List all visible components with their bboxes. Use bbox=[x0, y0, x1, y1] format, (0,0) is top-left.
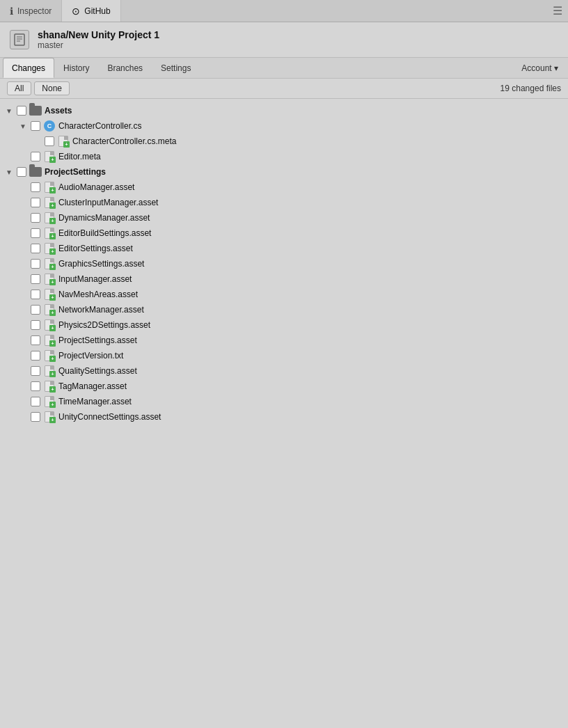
file-checkbox[interactable] bbox=[31, 228, 40, 238]
file-name-label: ProjectSettings.asset bbox=[58, 335, 137, 345]
tree-item[interactable]: +InputManager.asset bbox=[0, 271, 568, 287]
tree-item[interactable]: +AudioManager.asset bbox=[0, 180, 568, 195]
repo-header: shana/New Unity Project 1 master bbox=[0, 22, 568, 58]
file-icon: + bbox=[43, 258, 56, 270]
repo-branch: master bbox=[38, 40, 159, 50]
tree-item[interactable]: +NavMeshAreas.asset bbox=[0, 287, 568, 302]
file-checkbox[interactable] bbox=[31, 121, 40, 131]
file-checkbox[interactable] bbox=[31, 290, 40, 299]
file-name-label: TimeManager.asset bbox=[58, 397, 132, 406]
file-icon: + bbox=[43, 411, 56, 423]
repo-info: shana/New Unity Project 1 master bbox=[38, 29, 159, 50]
file-icon: + bbox=[43, 319, 56, 331]
tab-github[interactable]: ⊙ GitHub bbox=[62, 0, 120, 22]
tree-item[interactable]: +ProjectVersion.txt bbox=[0, 348, 568, 363]
file-name-label: AudioManager.asset bbox=[58, 182, 134, 192]
file-checkbox[interactable] bbox=[31, 320, 40, 330]
tab-inspector-label: Inspector bbox=[17, 6, 52, 16]
toolbar: All None 19 changed files bbox=[0, 79, 568, 99]
file-checkbox[interactable] bbox=[31, 366, 40, 376]
file-checkbox[interactable] bbox=[31, 381, 40, 391]
all-button[interactable]: All bbox=[7, 81, 31, 95]
tree-item[interactable]: +GraphicsSettings.asset bbox=[0, 256, 568, 271]
file-icon: + bbox=[43, 212, 56, 224]
file-icon: + bbox=[43, 395, 56, 408]
tree-item[interactable]: +Physics2DSettings.asset bbox=[0, 317, 568, 333]
nav-tabs: Changes History Branches Settings Accoun… bbox=[0, 58, 568, 79]
file-name-label: EditorSettings.asset bbox=[58, 244, 133, 253]
file-icon: + bbox=[57, 135, 70, 148]
file-checkbox[interactable] bbox=[45, 136, 54, 146]
file-icon: + bbox=[43, 349, 56, 362]
tree-item[interactable]: ▼ProjectSettings bbox=[0, 164, 568, 180]
file-icon: + bbox=[43, 150, 56, 163]
file-name-label: GraphicsSettings.asset bbox=[58, 259, 144, 269]
window-tab-bar: ℹ Inspector ⊙ GitHub ☰ bbox=[0, 0, 568, 22]
file-name-label: ProjectSettings bbox=[45, 167, 106, 177]
file-checkbox[interactable] bbox=[17, 106, 26, 116]
file-name-label: Assets bbox=[45, 106, 72, 116]
file-checkbox[interactable] bbox=[31, 351, 40, 361]
tree-item[interactable]: +EditorSettings.asset bbox=[0, 241, 568, 256]
none-button[interactable]: None bbox=[34, 81, 70, 95]
file-checkbox[interactable] bbox=[31, 335, 40, 345]
tree-item[interactable]: ▼Assets bbox=[0, 103, 568, 118]
script-icon: C bbox=[43, 120, 56, 132]
file-name-label: NetworkManager.asset bbox=[58, 305, 144, 315]
chevron-icon: ▼ bbox=[6, 168, 14, 176]
tab-changes[interactable]: Changes bbox=[3, 58, 54, 78]
file-checkbox[interactable] bbox=[31, 274, 40, 284]
file-name-label: QualitySettings.asset bbox=[58, 366, 137, 376]
account-button[interactable]: Account ▾ bbox=[514, 61, 565, 76]
file-checkbox[interactable] bbox=[31, 213, 40, 223]
file-tree: ▼Assets▼CCharacterController.cs+Characte… bbox=[0, 99, 568, 656]
tree-item[interactable]: +EditorBuildSettings.asset bbox=[0, 225, 568, 241]
tree-item[interactable]: +QualitySettings.asset bbox=[0, 363, 568, 379]
repo-icon bbox=[10, 30, 29, 49]
file-name-label: CharacterController.cs bbox=[58, 121, 141, 131]
inspector-icon: ℹ bbox=[10, 6, 13, 17]
file-checkbox[interactable] bbox=[17, 167, 26, 177]
tab-settings[interactable]: Settings bbox=[152, 58, 200, 78]
tree-item[interactable]: +CharacterController.cs.meta bbox=[0, 134, 568, 149]
tree-item[interactable]: +ClusterInputManager.asset bbox=[0, 195, 568, 210]
tree-item[interactable]: +TagManager.asset bbox=[0, 379, 568, 394]
file-checkbox[interactable] bbox=[31, 397, 40, 406]
tree-item[interactable]: +NetworkManager.asset bbox=[0, 302, 568, 317]
file-name-label: UnityConnectSettings.asset bbox=[58, 412, 161, 422]
file-name-label: ClusterInputManager.asset bbox=[58, 198, 158, 207]
file-checkbox[interactable] bbox=[31, 152, 40, 161]
window-menu-icon[interactable]: ☰ bbox=[553, 4, 568, 17]
file-name-label: EditorBuildSettings.asset bbox=[58, 228, 151, 238]
chevron-icon: ▼ bbox=[6, 107, 14, 115]
tree-item[interactable]: +ProjectSettings.asset bbox=[0, 333, 568, 348]
tree-item[interactable]: +Editor.meta bbox=[0, 149, 568, 164]
file-icon: + bbox=[43, 380, 56, 393]
file-checkbox[interactable] bbox=[31, 182, 40, 192]
tree-item[interactable]: +UnityConnectSettings.asset bbox=[0, 409, 568, 425]
tree-item[interactable]: ▼CCharacterController.cs bbox=[0, 118, 568, 134]
file-icon: + bbox=[43, 227, 56, 239]
tab-github-label: GitHub bbox=[84, 6, 110, 16]
chevron-icon: ▼ bbox=[19, 122, 28, 130]
svg-rect-0 bbox=[15, 34, 24, 45]
tree-item[interactable]: +DynamicsManager.asset bbox=[0, 210, 568, 225]
file-icon: + bbox=[43, 365, 56, 377]
repo-name: shana/New Unity Project 1 bbox=[38, 29, 159, 40]
file-checkbox[interactable] bbox=[31, 259, 40, 269]
file-checkbox[interactable] bbox=[31, 198, 40, 207]
tree-item[interactable]: +TimeManager.asset bbox=[0, 394, 568, 409]
file-icon: + bbox=[43, 181, 56, 193]
file-name-label: NavMeshAreas.asset bbox=[58, 290, 138, 299]
file-checkbox[interactable] bbox=[31, 412, 40, 422]
file-checkbox[interactable] bbox=[31, 305, 40, 315]
file-icon: + bbox=[43, 303, 56, 316]
file-name-label: Editor.meta bbox=[58, 152, 101, 161]
tab-history[interactable]: History bbox=[54, 58, 98, 78]
file-name-label: Physics2DSettings.asset bbox=[58, 320, 150, 330]
tab-inspector[interactable]: ℹ Inspector bbox=[0, 0, 62, 22]
tab-branches[interactable]: Branches bbox=[98, 58, 152, 78]
folder-icon bbox=[29, 166, 42, 178]
file-name-label: ProjectVersion.txt bbox=[58, 351, 123, 361]
file-checkbox[interactable] bbox=[31, 244, 40, 253]
